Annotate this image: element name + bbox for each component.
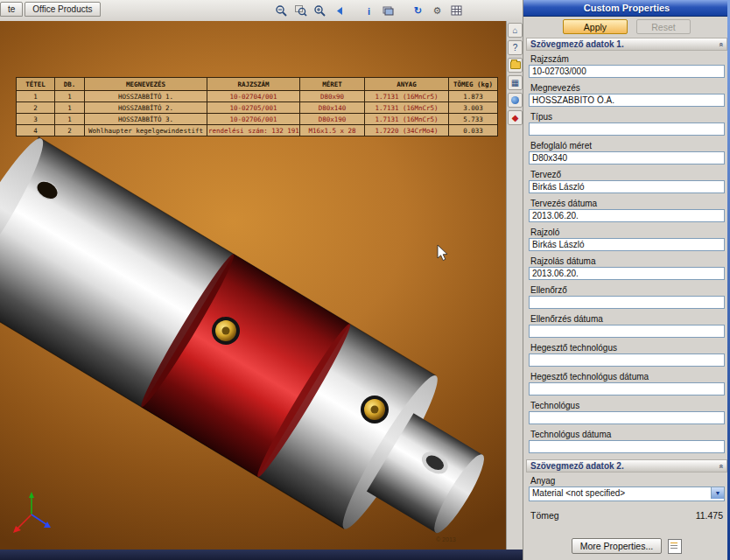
- field-label: Rajzoló: [530, 228, 725, 237]
- bom-cell: 1.873: [449, 91, 498, 102]
- tab-partial[interactable]: te: [0, 2, 23, 17]
- orientation-triad-icon: [13, 492, 51, 533]
- mass-row: Tömeg 11.475: [530, 510, 723, 521]
- property-field: Technológus dátuma: [529, 430, 725, 453]
- tomeg-value: 11.475: [696, 510, 723, 521]
- display-icon[interactable]: ▦: [508, 75, 523, 90]
- bom-cell: 2: [17, 102, 55, 114]
- field-input[interactable]: [529, 325, 725, 338]
- field-input[interactable]: [529, 382, 725, 396]
- application-window: te Office Products i: [0, 0, 730, 560]
- reset-button[interactable]: Reset: [636, 19, 691, 34]
- field-input[interactable]: [529, 65, 725, 78]
- field-input[interactable]: [529, 238, 725, 251]
- zoom-to-fit-icon[interactable]: [273, 3, 290, 19]
- material-dropdown[interactable]: Material <not specified>: [529, 486, 725, 501]
- bom-cell: 1: [17, 91, 55, 102]
- refresh-icon[interactable]: ↻: [410, 3, 426, 19]
- field-input[interactable]: [529, 296, 725, 309]
- field-input[interactable]: [529, 354, 725, 367]
- bom-cell: D80x90: [300, 91, 365, 102]
- section-1-title: Szövegmező adatok 1.: [530, 39, 624, 49]
- property-field: Ellenőrzés dátuma: [529, 314, 725, 338]
- table-row: 11HOSSZABBÍTÓ 1.10-02704/001D80x901.7131…: [17, 91, 498, 102]
- section-header-1[interactable]: Szövegmező adatok 1.: [526, 38, 727, 51]
- section-2-title: Szövegmező adatok 2.: [530, 461, 624, 471]
- collapse-icon[interactable]: [716, 42, 725, 46]
- panel-title: Custom Properties: [523, 0, 730, 17]
- field-label: Tervező: [530, 170, 725, 179]
- folder-icon[interactable]: [508, 58, 523, 73]
- bom-header-cell: MÉRET: [300, 78, 365, 91]
- field-label: Tervezés dátuma: [530, 199, 725, 208]
- field-input[interactable]: [529, 180, 725, 193]
- mouse-cursor: [438, 245, 447, 261]
- zoom-to-area-icon[interactable]: [292, 3, 309, 19]
- bom-cell: HOSSZABBÍTÓ 2.: [85, 102, 207, 114]
- folder-glyph: [510, 61, 521, 69]
- more-properties-button[interactable]: More Properties...: [572, 538, 662, 554]
- field-input[interactable]: [529, 209, 725, 222]
- bom-cell: D80x140: [300, 102, 365, 114]
- left-column: te Office Products i: [0, 0, 523, 560]
- previous-view-icon[interactable]: [331, 3, 347, 19]
- bom-cell: 0.033: [449, 125, 498, 136]
- bom-cell: 10-02705/001: [207, 102, 300, 114]
- favorites-icon[interactable]: ◆: [508, 110, 523, 125]
- bom-cell: 1.7220 (34CrMo4): [365, 125, 449, 136]
- watermark-text: © 2013: [436, 536, 456, 542]
- bom-header-cell: DB.: [55, 78, 85, 91]
- bom-cell: 5.733: [449, 114, 498, 125]
- bom-cell: 4: [17, 125, 55, 136]
- home-icon[interactable]: ⌂: [508, 23, 523, 38]
- help-icon[interactable]: ?: [508, 40, 523, 55]
- bom-table-overlay: TÉTELDB.MEGNEVEZÉSRAJZSZÁMMÉRETANYAGTÖME…: [16, 77, 498, 136]
- property-field: Rajzoló: [529, 228, 725, 251]
- bom-header-row: TÉTELDB.MEGNEVEZÉSRAJZSZÁMMÉRETANYAGTÖME…: [17, 78, 498, 91]
- gear-icon[interactable]: ⚙: [429, 3, 446, 19]
- field-label: Típus: [530, 112, 725, 122]
- table-row: 21HOSSZABBÍTÓ 2.10-02705/001D80x1401.713…: [17, 102, 498, 114]
- property-field: Hegesztő technológus dátuma: [529, 372, 725, 396]
- bom-cell: HOSSZABBÍTÓ 3.: [85, 114, 207, 125]
- status-bar: [0, 550, 523, 560]
- property-field: Rajzolás dátuma: [529, 256, 725, 280]
- field-input[interactable]: [529, 122, 725, 136]
- section-header-2[interactable]: Szövegmező adatok 2.: [526, 459, 727, 472]
- grid-icon[interactable]: [448, 3, 465, 19]
- apply-button[interactable]: Apply: [563, 19, 628, 34]
- globe-icon[interactable]: [508, 93, 523, 108]
- chevron-down-icon[interactable]: [711, 487, 724, 499]
- bom-cell: 1.7131 (16MnCr5): [365, 102, 449, 114]
- properties-sheet-icon[interactable]: [668, 539, 682, 554]
- field-label: Befoglaló méret: [530, 141, 725, 150]
- field-input[interactable]: [529, 267, 725, 280]
- section1-fields: RajzszámMegnevezésTípusBefoglaló méretTe…: [523, 52, 730, 458]
- top-toolbar: te Office Products i: [0, 0, 523, 22]
- custom-properties-panel: Custom Properties Apply Reset Szövegmező…: [523, 0, 730, 560]
- bom-table[interactable]: TÉTELDB.MEGNEVEZÉSRAJZSZÁMMÉRETANYAGTÖME…: [16, 77, 498, 136]
- bom-cell: 1.7131 (16MnCr5): [365, 114, 449, 125]
- note-icon[interactable]: i: [361, 3, 377, 19]
- bom-cell: rendelési szám: 132 191: [207, 125, 300, 136]
- bom-cell: M16x1.5 x 28: [300, 125, 365, 136]
- graphics-viewport[interactable]: TÉTELDB.MEGNEVEZÉSRAJZSZÁMMÉRETANYAGTÖME…: [0, 21, 506, 550]
- view-toolbar: i ↻ ⚙: [273, 3, 465, 19]
- property-field: Tervező: [529, 170, 725, 193]
- layers-icon[interactable]: [380, 3, 397, 19]
- tab-office-products[interactable]: Office Products: [25, 2, 100, 17]
- field-input[interactable]: [529, 440, 725, 453]
- section2-body: Anyag Material <not specified> Tömeg 11.…: [523, 474, 730, 521]
- table-row: 42Wohlhaupter kegelgewindestiftrendelési…: [17, 125, 498, 136]
- task-pane-strip: ⌂ ? ▦ ◆: [506, 21, 523, 550]
- field-input[interactable]: [529, 411, 725, 424]
- bom-cell: 3: [17, 114, 55, 125]
- bom-cell: 1.7131 (16MnCr5): [365, 91, 449, 102]
- field-input[interactable]: [529, 94, 725, 107]
- bom-cell: 10-02704/001: [207, 91, 300, 102]
- more-properties-row: More Properties...: [523, 535, 730, 560]
- zoom-in-out-icon[interactable]: [312, 3, 328, 19]
- bom-header-cell: TÖMEG (kg): [449, 78, 498, 91]
- field-input[interactable]: [529, 151, 725, 164]
- collapse-icon[interactable]: [716, 464, 725, 468]
